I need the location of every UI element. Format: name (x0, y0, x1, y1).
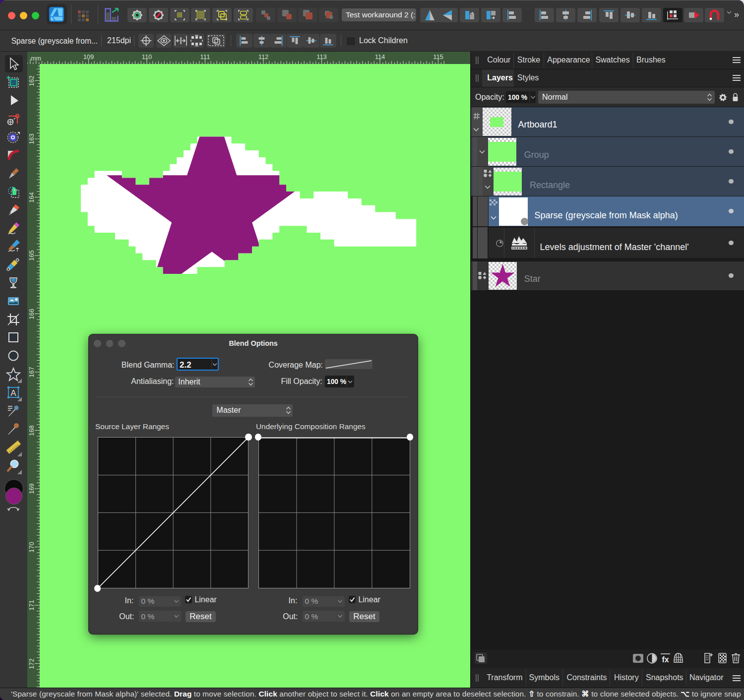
svg-text:fx: fx (662, 655, 669, 664)
svg-text:A: A (10, 388, 16, 398)
